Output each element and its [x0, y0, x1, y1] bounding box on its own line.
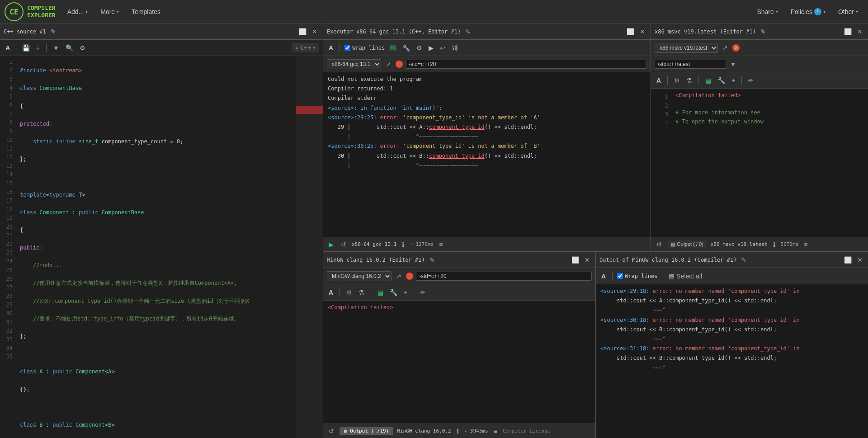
msvc-open-icon[interactable]: ↗: [721, 43, 730, 52]
mingw-maximize-icon[interactable]: ⬜: [570, 255, 581, 264]
mingw-options-input[interactable]: [416, 272, 592, 281]
share-button[interactable]: Share ▾: [751, 5, 783, 18]
templates-button[interactable]: Templates: [126, 5, 166, 18]
executor-gear-icon[interactable]: ⚙: [415, 43, 424, 52]
executor-compiler-select[interactable]: x86-64 gcc 13.1: [327, 59, 381, 69]
executor-title: Executor x86-64 gcc 13.1 (C++, Editor #1…: [327, 28, 461, 35]
msvc-refresh-icon[interactable]: ↺: [655, 240, 664, 249]
msvc-pencil-icon[interactable]: ✏: [746, 76, 755, 85]
mingw-open-icon[interactable]: ↗: [394, 272, 403, 281]
msvc-close-btn-icon[interactable]: ✕: [732, 44, 740, 52]
mingw-list-icon[interactable]: ≡: [492, 427, 499, 436]
executor-maximize-icon[interactable]: ⬜: [625, 27, 636, 36]
source-edit-icon[interactable]: ✎: [49, 27, 58, 36]
vim-mode-button[interactable]: ▼: [51, 43, 61, 52]
mingw-output-tab[interactable]: ▤ Output ( /19): [340, 427, 393, 435]
msvc-settings2-icon[interactable]: ⚙: [672, 76, 682, 85]
executor-close-icon[interactable]: ✕: [638, 27, 647, 36]
add-button[interactable]: +: [34, 43, 42, 52]
msvc-close-icon[interactable]: ✕: [855, 27, 864, 36]
executor-refresh-icon[interactable]: ↺: [339, 240, 348, 249]
msvc-output-icon[interactable]: ▤: [703, 76, 713, 85]
msvc-edit-icon[interactable]: ✎: [759, 27, 768, 36]
output-maximize-icon[interactable]: ⬜: [842, 255, 854, 264]
add-chevron-icon: ▾: [85, 9, 88, 14]
other-button[interactable]: Other ▾: [833, 5, 863, 18]
msvc-list-icon[interactable]: ≡: [802, 240, 809, 249]
executor-info-icon[interactable]: ℹ: [400, 240, 406, 249]
msvc-output-area: 1234 <Compilation failed> # For more inf…: [651, 89, 868, 237]
executor-font-btn[interactable]: A: [327, 43, 335, 52]
msvc-dropdown-icon[interactable]: ▾: [730, 60, 736, 69]
mingw-wrench-icon[interactable]: 🔧: [388, 288, 399, 297]
msvc-options-input[interactable]: [655, 60, 727, 69]
msvc-line-2: [675, 100, 764, 108]
mingw-settings-icon[interactable]: ⚙: [344, 288, 354, 297]
msvc-wrench-icon[interactable]: 🔧: [716, 76, 727, 85]
policies-button[interactable]: Policies ! ▾: [785, 5, 831, 18]
msvc-maximize-icon[interactable]: ⬜: [842, 27, 854, 36]
source-close-icon[interactable]: ✕: [310, 27, 319, 36]
msvc-output-tab-icon[interactable]: ▤ Output ( / 0): [667, 240, 707, 248]
mingw-edit-icon[interactable]: ✎: [428, 255, 437, 264]
font-size-button[interactable]: A: [4, 43, 12, 52]
output-close-icon[interactable]: ✕: [855, 255, 864, 264]
mingw-refresh-icon[interactable]: ↺: [327, 427, 336, 436]
source-pane: C++ source #1 ✎ ⬜ ✕ A - 💾 + ▼ 🔍 ⚙ ✦ C++ …: [0, 24, 323, 438]
executor-sign-in-icon[interactable]: ↩: [438, 43, 447, 52]
output-wrap-check[interactable]: Wrap lines: [617, 273, 657, 279]
msvc-add-icon[interactable]: +: [730, 76, 737, 85]
search-button[interactable]: 🔍: [64, 43, 75, 52]
mingw-output-icon[interactable]: ▤: [376, 288, 385, 297]
executor-options-input[interactable]: [406, 60, 647, 69]
code-area[interactable]: 12345 678910 1112131415 1617181920 21222…: [0, 56, 296, 438]
settings-button[interactable]: ⚙: [78, 43, 87, 52]
output-wrap-checkbox[interactable]: [617, 273, 623, 279]
editor-toolbar: A - 💾 + ▼ 🔍 ⚙ ✦ C++ ▾: [0, 40, 323, 56]
executor-output-icon[interactable]: ▤: [387, 42, 398, 53]
wrap-lines-checkbox[interactable]: [344, 45, 350, 51]
mingw-info-icon[interactable]: ℹ: [455, 427, 461, 436]
save-button[interactable]: 💾: [20, 43, 32, 52]
sep2: [662, 272, 662, 281]
executor-link-icon[interactable]: ⛓: [450, 43, 460, 52]
output-font-btn[interactable]: A: [599, 272, 608, 281]
executor-compiler-label: x86-64 gcc 13.1: [352, 241, 396, 247]
output-titlebar: Output of MinGW clang 16.0.2 (Compiler #…: [596, 252, 868, 268]
executor-run-icon[interactable]: ▶: [427, 43, 435, 52]
sep: [340, 43, 340, 52]
mingw-font-btn[interactable]: A: [327, 288, 335, 297]
executor-open-icon[interactable]: ↗: [384, 60, 393, 69]
executor-list-icon[interactable]: ≡: [437, 240, 444, 249]
msvc-options-bar: ▾: [651, 56, 868, 72]
output-select-all-btn[interactable]: ▤ Select all: [667, 272, 704, 281]
mingw-filter-icon[interactable]: ⚗: [357, 288, 366, 297]
source-maximize-icon[interactable]: ⬜: [297, 27, 308, 36]
msvc-font-btn[interactable]: A: [655, 76, 663, 85]
executor-edit-icon[interactable]: ✎: [463, 27, 472, 36]
msvc-compiler-select[interactable]: x86 msvc v19.latest: [655, 43, 718, 53]
output-line: | ^~~~~~~~~~~~~~~~~~~: [328, 161, 646, 170]
wrap-lines-check[interactable]: Wrap lines: [344, 45, 385, 51]
msvc-pane: x86 msvc v19.latest (Editor #1) ✎ ⬜ ✕ x8…: [651, 24, 868, 251]
code-content[interactable]: #include <iostream> class ComponentBase …: [16, 56, 296, 438]
mingw-time: - 3943ms: [464, 428, 488, 434]
minimap-highlight: [296, 106, 323, 114]
more-menu-button[interactable]: More ▾: [95, 5, 124, 18]
executor-settings-icon[interactable]: 🔧: [401, 43, 412, 52]
notification-badge: !: [814, 8, 821, 15]
executor-titlebar: Executor x86-64 gcc 13.1 (C++, Editor #1…: [323, 24, 651, 40]
executor-play-icon[interactable]: ▶: [327, 240, 335, 249]
mingw-pane-actions: ⬜ ✕: [570, 255, 592, 264]
output-edit-icon[interactable]: ✎: [739, 255, 748, 264]
mingw-compiler-select[interactable]: MinGW clang 16.0.2: [327, 271, 392, 281]
sep2: [698, 76, 699, 85]
language-selector[interactable]: ✦ C++ ▾: [292, 43, 319, 52]
add-menu-button[interactable]: Add... ▾: [62, 5, 94, 18]
mingw-close-icon[interactable]: ✕: [583, 255, 592, 264]
language-label: C++: [300, 44, 311, 51]
msvc-info-icon[interactable]: ℹ: [771, 240, 777, 249]
mingw-add-icon[interactable]: +: [402, 288, 409, 297]
msvc-filter-icon[interactable]: ⚗: [684, 76, 694, 85]
mingw-pencil-icon[interactable]: ✏: [419, 288, 428, 297]
